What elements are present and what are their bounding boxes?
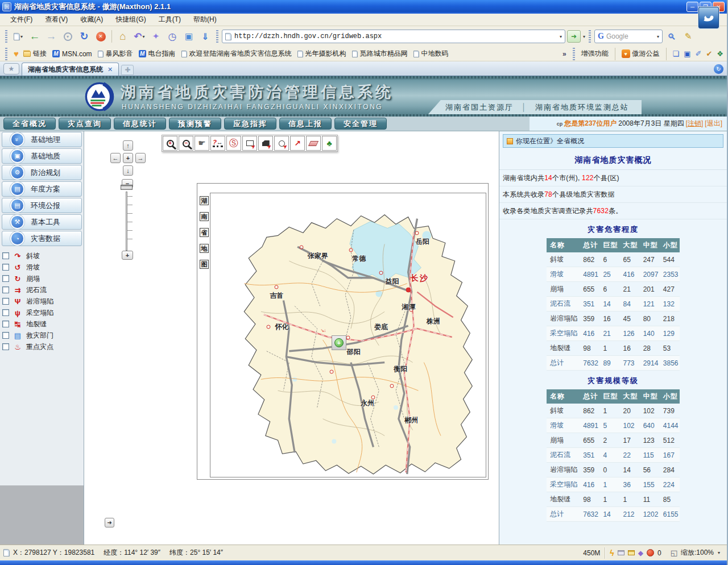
zoom-in-slider-button[interactable]: + [122,251,133,260]
filter-icon[interactable]: ◆ [638,549,643,557]
nav-tab-4[interactable]: 预测预警 [169,118,221,130]
full-extent-tool-button[interactable]: ♣ [322,136,337,151]
link-item-3[interactable]: 暴风影音 [98,49,133,59]
cube-icon[interactable]: ❖ [717,49,723,58]
link-item-2[interactable]: MMSN.com [52,50,92,58]
polygon-select-tool-button[interactable]: ➤ [258,136,273,151]
favorites-heart-icon[interactable]: ♥ [14,49,19,59]
measure-tool-button[interactable]: ?↔ [210,136,225,151]
locate-button[interactable]: + [332,335,346,350]
magic-fill-button[interactable]: ✦ [148,29,163,44]
zoom-out-tool-button[interactable]: − [179,136,193,151]
menu-item-5[interactable]: 工具(T) [153,14,187,26]
pan-tool-button[interactable]: ☛ [195,136,209,151]
zoom-slider-thumb[interactable] [121,185,133,190]
notes-icon[interactable]: ✐ [696,49,702,58]
logout-link[interactable]: [注销] [686,119,704,128]
sidebar-item-5[interactable]: ▤环境公报 [2,198,82,213]
zoom-level[interactable]: 缩放:100% [681,548,714,558]
address-dropdown-icon[interactable]: ▾ [560,34,562,39]
layer-checkbox[interactable] [2,275,9,282]
scale-tool-button[interactable]: Ⓢ [226,136,241,151]
address-bar[interactable]: http://dzzh.hndh.gov.cn/gridweb.aspx ▾ [222,30,565,43]
zoom-in-tool-button[interactable]: + [163,136,177,151]
link-item-4[interactable]: M电台指南 [139,49,176,59]
tab-current[interactable]: 湖南省地质灾害信息系统 ✕ [22,63,119,76]
link-item-5[interactable]: 欢迎登陆湖南省地质灾害信息系统 [181,49,292,59]
maxthon-charity-button[interactable]: ♥傲游公益 [622,49,660,59]
layer-checkbox[interactable] [2,264,9,271]
window-panel-icon[interactable]: ▣ [684,49,690,58]
nav-tab-6[interactable]: 信息上报 [279,118,332,130]
tab-close-icon[interactable]: ✕ [107,66,113,73]
eraser-tool-button[interactable] [306,136,321,151]
nav-tab-7[interactable]: 安全管理 [334,118,387,130]
exit-link[interactable]: [退出] [705,119,722,128]
link-item-1[interactable]: 链接 [23,49,47,59]
search-placeholder[interactable]: Google [606,32,654,40]
link-item-6[interactable]: 光年摄影机构 [297,49,346,59]
sidebar-item-1[interactable]: »基础地理 [2,132,82,147]
map-canvas[interactable]: 张家界常德岳阳益阳长沙吉首湘潭株洲怀化娄底邵阳衡阳永州郴州 ↘↓ + [210,193,486,477]
window-manager-button[interactable]: ▣ [181,29,196,44]
draw-point-tool-button[interactable]: ↗ [290,136,305,151]
menu-item-2[interactable]: 查看(V) [39,14,73,26]
layer-checkbox[interactable] [2,309,9,316]
go-button[interactable]: ➜ [567,30,581,43]
search-box[interactable]: G Google ▾ [594,30,663,43]
proxy-icon[interactable] [618,550,624,555]
refresh-button[interactable]: ↻ [77,29,92,44]
link-item-8[interactable]: 中地数码 [413,49,449,59]
tab-list-button[interactable]: ↻ [714,64,723,74]
sidebar-item-6[interactable]: ⚒基本工具 [2,214,82,230]
stop-button[interactable]: ✕ [93,29,108,44]
pan-left-button[interactable]: ← [110,153,121,163]
new-tab-button[interactable]: ✚ [121,65,134,75]
pan-right-button[interactable]: → [135,153,146,163]
pan-up-button[interactable]: ↑ [123,140,133,151]
search-engine-dropdown-icon[interactable]: ▾ [657,34,659,39]
address-url[interactable]: http://dzzh.hndh.gov.cn/gridweb.aspx [234,32,556,40]
pan-center-button[interactable]: + [123,153,133,163]
contacts-icon[interactable]: ❏ [673,49,680,58]
layer-checkbox[interactable] [2,343,9,350]
layer-checkbox[interactable] [2,298,9,305]
forward-button[interactable]: → [44,29,59,44]
enhance-features-button[interactable]: 增强功能 [581,49,609,59]
go-dropdown-icon[interactable]: ▾ [583,34,585,39]
nav-tab-5[interactable]: 应急指挥 [224,118,276,130]
popup-blocker-icon[interactable] [628,550,635,555]
home-button[interactable]: ⌂ [115,29,130,44]
menu-item-3[interactable]: 收藏(A) [75,14,109,26]
nav-tab-2[interactable]: 灾点查询 [59,118,111,130]
map-page-next-button[interactable]: ➜ [105,518,114,527]
minimize-button[interactable]: ─ [686,2,698,12]
zoom-slider-track[interactable] [126,192,127,251]
layer-checkbox[interactable] [2,286,9,293]
paintbrush-icon[interactable]: ✔ [706,49,712,58]
layer-checkbox[interactable] [2,252,9,259]
nav-tab-3[interactable]: 信息统计 [114,118,166,130]
pan-down-button[interactable]: ↓ [123,165,133,176]
link-land-resources-dept[interactable]: 湖南省国土资源厅 [445,102,514,113]
blocked-count-icon[interactable] [647,549,654,556]
back-button[interactable]: ← [27,29,42,44]
boost-icon[interactable]: ϟ [610,549,614,558]
undo-button[interactable]: ↶▾ [132,29,147,44]
menu-item-1[interactable]: 文件(F) [5,14,38,26]
resize-icon[interactable]: ◱ [671,549,677,557]
rect-select-tool-button[interactable]: ➤ [242,136,257,151]
history-dropdown-button[interactable]: ▾ [60,29,75,44]
layer-checkbox[interactable] [2,332,9,339]
sidebar-item-4[interactable]: ▤年度方案 [2,181,82,197]
sidebar-item-7[interactable]: ◔灾害数据 [2,231,82,246]
circle-select-tool-button[interactable]: ➤ [274,136,289,151]
zoom-dropdown-icon[interactable]: ▾ [718,550,720,555]
links-overflow-button[interactable]: » [562,50,566,58]
favorites-star-button[interactable]: ★ [3,63,19,74]
menu-item-6[interactable]: 帮助(H) [188,14,222,26]
search-button[interactable]: 🔍︎ [664,29,679,44]
nav-tab-1[interactable]: 全省概况 [3,118,56,130]
download-button[interactable]: ⇓ [198,29,213,44]
sidebar-item-2[interactable]: ▣基础地质 [2,148,82,164]
